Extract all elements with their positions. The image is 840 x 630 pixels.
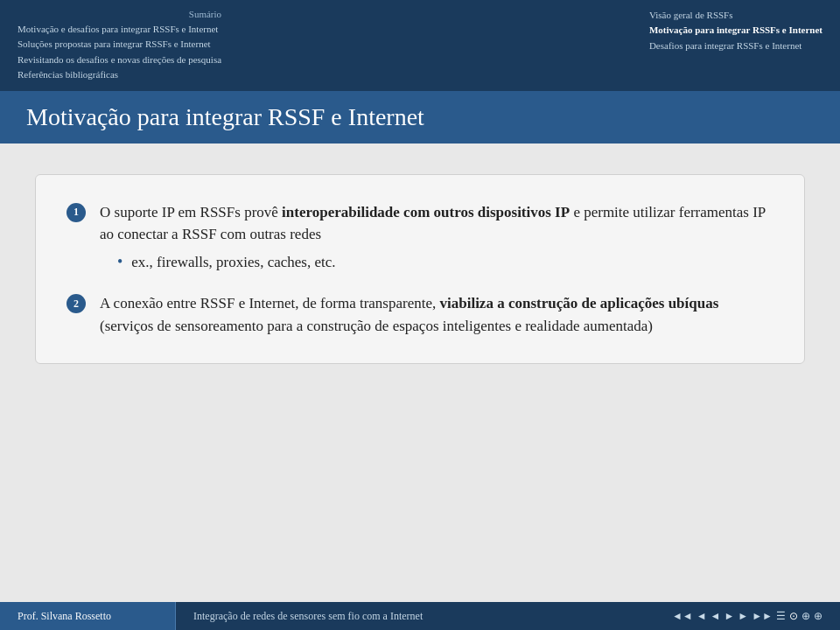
nav-item-2[interactable]: Soluções propostas para integrar RSSFs e… <box>18 38 221 51</box>
nav-item-3[interactable]: Revisitando os desafios e novas direções… <box>18 53 221 66</box>
nav-icon-prev[interactable]: ◄ <box>696 610 707 623</box>
footer-author: Prof. Silvana Rossetto <box>18 610 111 623</box>
item1-bold1: interoperabilidade com outros dispositiv… <box>282 204 570 220</box>
nav-icon-zoom-in2[interactable]: ⊕ <box>814 610 822 623</box>
nav-icon-next2[interactable]: ► <box>724 610 734 623</box>
nav-icon-first[interactable]: ◄◄ <box>672 610 693 623</box>
summary-label: Sumário <box>18 9 221 19</box>
right-nav-item-1[interactable]: Visão geral de RSSFs <box>649 9 822 22</box>
slide-container: Sumário Motivação e desafios para integr… <box>0 0 840 630</box>
item-number-1: 1 <box>66 203 86 222</box>
item-content-1: O suporte IP em RSSFs provê interoperabi… <box>100 201 774 274</box>
nav-icon-prev2[interactable]: ◄ <box>710 610 721 623</box>
item-number-2: 2 <box>66 294 86 313</box>
header-right: Visão geral de RSSFs Motivação para inte… <box>623 9 822 52</box>
nav-icon-zoom-in1[interactable]: ⊕ <box>802 610 810 623</box>
title-bar: Motivação para integrar RSSF e Internet <box>0 91 840 144</box>
item2-text1: A conexão entre RSSF e Internet, de form… <box>100 295 440 312</box>
right-nav-item-3[interactable]: Desafios para integrar RSSFs e Internet <box>649 39 822 52</box>
nav-icon-last[interactable]: ►► <box>752 610 773 623</box>
item2-bold1: viabiliza a construção de aplicações ubí… <box>440 295 719 312</box>
nav-icon-zoom-fit[interactable]: ⊙ <box>789 610 798 623</box>
header-nav: Sumário Motivação e desafios para integr… <box>0 0 840 91</box>
list-item-2: 2 A conexão entre RSSF e Internet, de fo… <box>66 292 774 337</box>
sub-list-1: ex., firewalls, proxies, caches, etc. <box>117 251 774 274</box>
footer-right: Integração de redes de sensores sem fio … <box>176 610 840 623</box>
sub-list-item-1: ex., firewalls, proxies, caches, etc. <box>117 251 774 274</box>
nav-item-1[interactable]: Motivação e desafios para integrar RSSFs… <box>18 23 221 36</box>
footer-left: Prof. Silvana Rossetto <box>0 602 175 630</box>
footer-title: Integração de redes de sensores sem fio … <box>193 610 423 623</box>
nav-icon-next[interactable]: ► <box>738 610 748 623</box>
nav-icon-menu[interactable]: ☰ <box>776 610 786 623</box>
item2-text2: (serviços de sensoreamento para a constr… <box>100 318 653 334</box>
nav-icons-group: ◄◄ ◄ ◄ ► ► ►► ☰ ⊙ ⊕ ⊕ <box>672 610 822 623</box>
slide-main: 1 O suporte IP em RSSFs provê interopera… <box>0 144 840 630</box>
footer: Prof. Silvana Rossetto Integração de red… <box>0 602 840 630</box>
content-box: 1 O suporte IP em RSSFs provê interopera… <box>35 174 805 365</box>
list-item-1: 1 O suporte IP em RSSFs provê interopera… <box>66 201 774 274</box>
slide-title: Motivação para integrar RSSF e Internet <box>26 103 814 131</box>
header-left: Sumário Motivação e desafios para integr… <box>18 9 221 82</box>
nav-item-4[interactable]: Referências bibliográficas <box>18 68 221 81</box>
right-nav-item-2[interactable]: Motivação para integrar RSSFs e Internet <box>649 24 822 37</box>
item-content-2: A conexão entre RSSF e Internet, de form… <box>100 292 774 337</box>
item1-text1: O suporte IP em RSSFs provê <box>100 204 282 220</box>
